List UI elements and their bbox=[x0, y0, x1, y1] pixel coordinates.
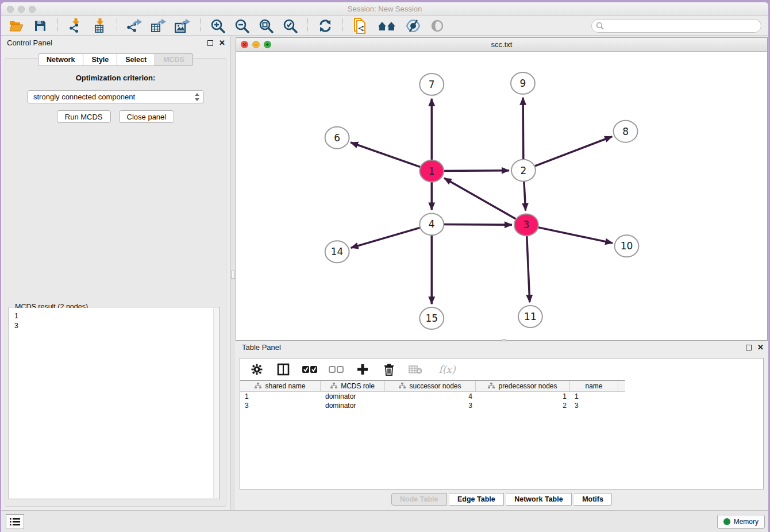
export-table-button[interactable] bbox=[151, 18, 167, 34]
graph-node-7[interactable]: 7 bbox=[419, 74, 444, 95]
window-controls[interactable] bbox=[7, 6, 36, 13]
tab-network[interactable]: Network bbox=[38, 53, 83, 66]
table-settings-button[interactable] bbox=[249, 362, 264, 377]
save-session-button[interactable] bbox=[32, 18, 48, 34]
memory-button[interactable]: Memory bbox=[717, 515, 765, 529]
float-panel-icon[interactable] bbox=[207, 40, 213, 46]
export-table-icon bbox=[151, 18, 167, 33]
zoom-in-button[interactable] bbox=[210, 18, 226, 34]
graph-node-9[interactable]: 9 bbox=[511, 72, 535, 94]
network-maximize-button[interactable]: + bbox=[264, 41, 271, 48]
save-icon bbox=[34, 20, 47, 32]
app-window: Session: New Session bbox=[1, 2, 768, 532]
open-session-button[interactable] bbox=[8, 18, 24, 34]
result-scrollbar[interactable] bbox=[213, 308, 219, 498]
zoom-window-button[interactable] bbox=[29, 6, 36, 13]
close-window-button[interactable] bbox=[7, 6, 14, 13]
tab-motifs[interactable]: Motifs bbox=[574, 493, 612, 506]
delete-column-button[interactable] bbox=[382, 362, 396, 377]
column-header-shared-name[interactable]: shared name bbox=[240, 381, 321, 391]
tab-edge-table[interactable]: Edge Table bbox=[449, 493, 504, 506]
duplicate-network-button[interactable] bbox=[352, 18, 368, 34]
edge-2-8[interactable] bbox=[523, 137, 612, 171]
splitter-handle[interactable] bbox=[231, 271, 235, 279]
network-close-button[interactable]: ✕ bbox=[241, 41, 248, 48]
cell-mcds-role[interactable]: dominator bbox=[321, 392, 385, 401]
node-label: 4 bbox=[429, 218, 435, 230]
optimization-criterion-select[interactable]: strongly connected component bbox=[27, 90, 204, 103]
panel-splitter[interactable] bbox=[230, 36, 235, 510]
edge-1-6[interactable] bbox=[351, 142, 432, 171]
cell-predecessor-nodes[interactable]: 1 bbox=[476, 392, 570, 401]
export-network-button[interactable] bbox=[126, 18, 143, 34]
zoom-selected-button[interactable] bbox=[282, 18, 298, 34]
unselect-all-columns-button[interactable] bbox=[329, 362, 344, 377]
edge-3-11[interactable] bbox=[526, 225, 530, 302]
task-history-button[interactable] bbox=[6, 514, 24, 529]
visual-properties-button[interactable] bbox=[405, 18, 421, 34]
tab-network-table[interactable]: Network Table bbox=[506, 493, 572, 506]
graph-node-11[interactable]: 11 bbox=[518, 306, 542, 327]
graph-node-2[interactable]: 2 bbox=[511, 160, 536, 182]
close-table-panel-icon[interactable]: ✕ bbox=[757, 344, 764, 351]
network-graph[interactable]: 7968124314101511 bbox=[236, 52, 767, 340]
import-network-button[interactable] bbox=[67, 18, 83, 34]
column-header-successor-nodes[interactable]: successor nodes bbox=[385, 381, 476, 391]
tab-select[interactable]: Select bbox=[117, 53, 155, 66]
tab-node-table[interactable]: Node Table bbox=[391, 493, 446, 506]
show-columns-button[interactable] bbox=[276, 362, 291, 377]
edge-3-10[interactable] bbox=[526, 225, 613, 243]
import-table-icon bbox=[92, 18, 107, 33]
tab-mcds[interactable]: MCDS bbox=[155, 53, 193, 66]
refresh-button[interactable] bbox=[317, 18, 333, 34]
cell-name[interactable]: 3 bbox=[570, 401, 618, 410]
cell-successor-nodes[interactable]: 4 bbox=[385, 392, 476, 401]
zoom-fit-button[interactable] bbox=[258, 18, 274, 34]
close-panel-icon[interactable]: ✕ bbox=[219, 40, 225, 47]
trash-icon bbox=[384, 364, 394, 376]
graph-node-14[interactable]: 14 bbox=[325, 241, 349, 263]
table-row[interactable]: 3 dominator 3 2 3 bbox=[240, 401, 625, 410]
graph-node-10[interactable]: 10 bbox=[615, 235, 639, 257]
home-button[interactable] bbox=[376, 18, 397, 34]
select-all-columns-button[interactable] bbox=[302, 362, 317, 377]
graph-node-8[interactable]: 8 bbox=[614, 121, 638, 142]
graph-node-15[interactable]: 15 bbox=[419, 307, 444, 329]
node-label: 8 bbox=[622, 126, 629, 137]
run-mcds-button[interactable]: Run MCDS bbox=[57, 110, 111, 123]
close-panel-button[interactable]: Close panel bbox=[119, 110, 175, 123]
column-header-name[interactable]: name bbox=[570, 381, 618, 391]
zoom-out-button[interactable] bbox=[234, 18, 250, 34]
cell-predecessor-nodes[interactable]: 2 bbox=[476, 401, 570, 410]
search-input[interactable] bbox=[591, 19, 761, 33]
graph-node-1[interactable]: 1 bbox=[419, 160, 444, 182]
network-canvas[interactable]: 7968124314101511 bbox=[236, 52, 767, 340]
network-minimize-button[interactable]: − bbox=[252, 41, 260, 48]
delete-table-button[interactable] bbox=[408, 362, 423, 377]
node-label: 2 bbox=[521, 165, 527, 176]
graph-node-6[interactable]: 6 bbox=[325, 127, 349, 149]
level-of-detail-button[interactable] bbox=[429, 18, 445, 34]
cell-successor-nodes[interactable]: 3 bbox=[385, 401, 476, 410]
graph-node-4[interactable]: 4 bbox=[419, 213, 444, 235]
function-builder-button[interactable]: f(x) bbox=[434, 362, 460, 377]
tab-style[interactable]: Style bbox=[83, 53, 117, 66]
graph-node-3[interactable]: 3 bbox=[514, 214, 538, 236]
cell-shared-name[interactable]: 3 bbox=[240, 401, 321, 410]
cell-shared-name[interactable]: 1 bbox=[240, 392, 321, 401]
export-image-button[interactable] bbox=[175, 18, 191, 34]
import-table-button[interactable] bbox=[91, 18, 107, 34]
column-header-mcds-role[interactable]: MCDS role bbox=[321, 381, 385, 391]
minimize-window-button[interactable] bbox=[18, 6, 25, 13]
edge-4-14[interactable] bbox=[351, 224, 432, 248]
float-table-panel-icon[interactable] bbox=[746, 345, 752, 350]
cell-name[interactable]: 1 bbox=[570, 392, 618, 401]
create-column-button[interactable] bbox=[355, 362, 370, 377]
cell-mcds-role[interactable]: dominator bbox=[321, 401, 385, 410]
mcds-result-text[interactable]: 1 3 bbox=[10, 308, 213, 498]
table-row[interactable]: 1 dominator 4 1 1 bbox=[240, 392, 625, 401]
edge-3-1[interactable] bbox=[444, 178, 526, 225]
table-panel: Table Panel ✕ bbox=[235, 342, 768, 510]
network-window-titlebar[interactable]: ✕ − + scc.txt bbox=[236, 38, 767, 52]
column-header-predecessor-nodes[interactable]: predecessor nodes bbox=[476, 381, 570, 391]
